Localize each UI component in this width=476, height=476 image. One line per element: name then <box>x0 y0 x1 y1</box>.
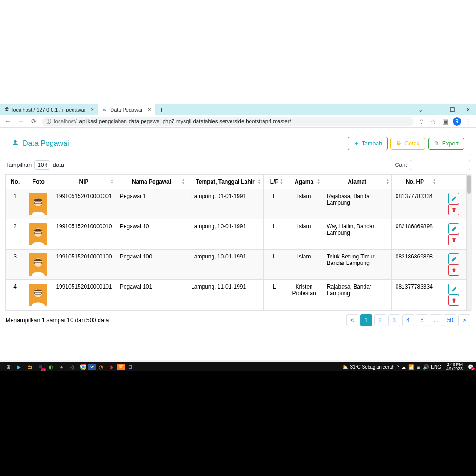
cell-lp: L <box>263 250 285 280</box>
cell-lp: L <box>263 219 285 250</box>
column-header[interactable]: Agama▲▼ <box>285 175 323 189</box>
delete-button[interactable] <box>448 295 459 306</box>
page-next[interactable]: > <box>458 314 470 326</box>
url-input[interactable]: ⓘ localhost/aplikasi-pengolahan-data-peg… <box>42 117 414 126</box>
weather-icon[interactable]: ⛅ <box>342 364 348 370</box>
file-icon: 🗎 <box>434 140 440 147</box>
table-scrollbar[interactable] <box>466 174 472 310</box>
print-button[interactable]: 🖶Cetak <box>390 138 425 150</box>
column-header[interactable]: Nama Pegawai▲▼ <box>116 175 187 189</box>
svg-point-0 <box>14 140 16 142</box>
cell-agama: Islam <box>285 189 323 219</box>
edit-button[interactable] <box>448 193 459 204</box>
sort-icon: ▲▼ <box>280 179 284 185</box>
page-number[interactable]: 4 <box>402 314 414 326</box>
chrome-icon[interactable] <box>78 362 88 371</box>
cell-lp: L <box>263 189 285 219</box>
language-indicator[interactable]: ENG <box>431 364 441 370</box>
page-number[interactable]: 1 <box>360 314 372 326</box>
wifi-icon[interactable]: 📶 <box>408 364 414 370</box>
browser-tab-inactive[interactable]: 🛠 localhost / 127.0.0.1 / i_pegawai × <box>0 104 98 115</box>
cell-alamat: Rajabasa, Bandar Lampung <box>323 280 391 310</box>
new-tab-button[interactable]: + <box>155 104 168 115</box>
tray-chevron-icon[interactable]: ^ <box>397 364 399 370</box>
word-icon[interactable]: W <box>88 364 96 370</box>
cell-nip: 199105152010000101 <box>52 280 116 310</box>
table-row: 4199105152010000101Pegawai 101Lampung, 1… <box>6 280 471 310</box>
app-icon-3[interactable]: ◔ <box>96 362 106 371</box>
app-icon-4[interactable]: 🗒 <box>125 362 135 371</box>
cell-agama: Islam <box>285 250 323 280</box>
page-length-select[interactable]: 10 ▲▼ <box>34 160 50 170</box>
sort-icon: ▲▼ <box>317 179 321 185</box>
app-icon-2[interactable]: ● <box>56 362 67 371</box>
url-host: localhost/ <box>54 119 77 124</box>
page-prev[interactable]: < <box>346 314 358 326</box>
weather-text[interactable]: 31°C Sebagian cerah <box>350 364 394 370</box>
column-header[interactable]: Tempat, Tanggal Lahir▲▼ <box>187 175 264 189</box>
window-minimize[interactable]: ─ <box>429 104 444 115</box>
window-maximize[interactable]: ☐ <box>444 104 460 115</box>
sort-icon: ▲▼ <box>110 179 114 185</box>
cell-nip: 199105152010000010 <box>52 219 116 250</box>
mail-icon[interactable]: ✉24 <box>35 362 46 371</box>
add-button[interactable]: ＋Tambah <box>348 137 388 150</box>
edge-icon[interactable]: ◎ <box>67 362 78 371</box>
start-button[interactable]: ⊞ <box>3 362 13 371</box>
taskbar-clock[interactable]: 2:46 PM 4/1/2023 <box>443 363 465 371</box>
column-header[interactable]: No. <box>6 175 25 189</box>
cell-ttl: Lampung, 10-01-1991 <box>187 250 264 280</box>
extensions-icon[interactable]: ▣ <box>441 118 450 125</box>
bookmark-icon[interactable]: ☆ <box>429 118 438 125</box>
close-tab-icon[interactable]: × <box>148 106 151 113</box>
scrollbar-thumb[interactable] <box>467 175 471 194</box>
cell-nama: Pegawai 1 <box>116 189 187 219</box>
task-view-icon[interactable]: ▶ <box>13 362 24 371</box>
file-explorer-icon[interactable]: 🗀 <box>24 362 35 371</box>
column-header[interactable]: Foto <box>25 175 52 189</box>
kebab-menu-icon[interactable]: ⋮ <box>464 118 473 125</box>
export-button[interactable]: 🗎Export <box>428 138 464 150</box>
nav-forward-icon[interactable]: → <box>16 118 26 125</box>
chrome-icon-2[interactable]: ◉ <box>106 362 117 371</box>
share-icon[interactable]: ⇧ <box>416 118 426 125</box>
column-header[interactable]: NIP▲▼ <box>52 175 116 189</box>
window-minimize-caret[interactable]: ⌄ <box>413 104 429 115</box>
table-info: Menampilkan 1 sampai 10 dari 500 data <box>6 317 109 324</box>
delete-button[interactable] <box>448 234 459 245</box>
window-close[interactable]: ✕ <box>460 104 476 115</box>
phpmyadmin-icon: 🛠 <box>4 107 9 112</box>
avatar <box>29 284 47 306</box>
volume-icon[interactable]: 🔊 <box>423 364 429 370</box>
profile-avatar[interactable]: R <box>453 117 461 126</box>
column-header[interactable]: Alamat▲▼ <box>323 175 391 189</box>
column-header[interactable]: L/P▲▼ <box>263 175 285 189</box>
xampp-icon[interactable]: ⌧ <box>117 364 125 370</box>
notifications-icon[interactable]: 💬2 <box>468 364 473 370</box>
cell-no: 2 <box>6 219 25 250</box>
site-info-icon[interactable]: ⓘ <box>46 118 51 125</box>
close-tab-icon[interactable]: × <box>91 106 94 113</box>
cell-lp: L <box>263 280 285 310</box>
app-icon-1[interactable]: ◐ <box>46 362 56 371</box>
delete-button[interactable] <box>448 264 459 276</box>
nav-back-icon[interactable]: ← <box>3 118 13 125</box>
edit-button[interactable] <box>448 284 459 295</box>
edit-button[interactable] <box>448 253 459 264</box>
battery-icon[interactable]: 🗈 <box>416 364 421 370</box>
page-number[interactable]: 2 <box>374 314 386 326</box>
page-number[interactable]: 3 <box>388 314 400 326</box>
edit-button[interactable] <box>448 223 459 234</box>
onedrive-icon[interactable]: ☁ <box>401 364 406 370</box>
column-header[interactable]: No. HP▲▼ <box>391 175 438 189</box>
cell-nip: 199105152010000100 <box>52 250 116 280</box>
browser-tab-active[interactable]: ∞ Data Pegawai × <box>98 104 155 115</box>
nav-reload-icon[interactable]: ⟳ <box>29 118 39 125</box>
plus-icon: ＋ <box>353 139 359 147</box>
page-number[interactable]: 5 <box>416 314 428 326</box>
url-path: aplikasi-pengolahan-data-pegawai-php7-my… <box>79 119 291 124</box>
page-number[interactable]: 50 <box>444 314 456 326</box>
search-input[interactable] <box>410 160 470 170</box>
delete-button[interactable] <box>448 204 459 215</box>
tab-title: localhost / 127.0.0.1 / i_pegawai <box>12 107 85 112</box>
